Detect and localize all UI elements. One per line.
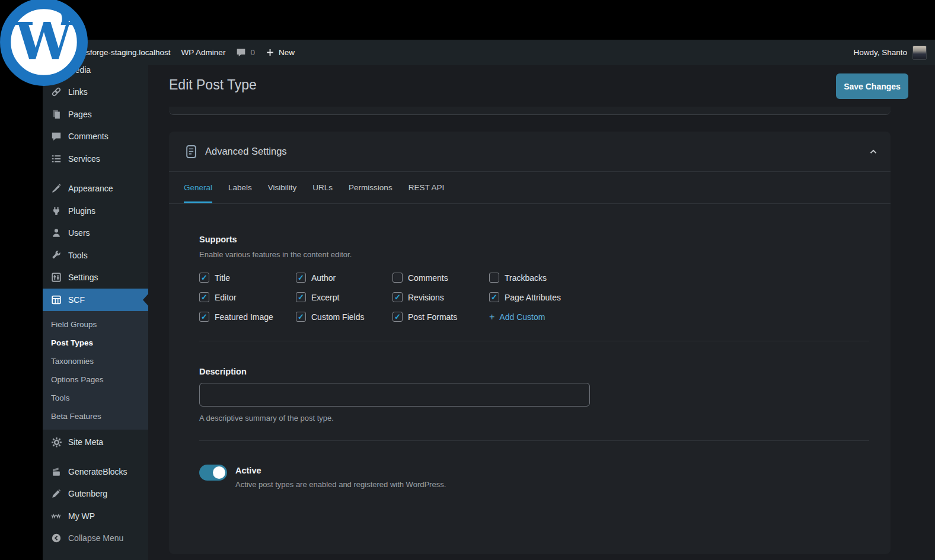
sidebar-item-services[interactable]: Services	[43, 148, 148, 170]
chevron-up-icon[interactable]	[868, 146, 879, 157]
description-input[interactable]	[199, 383, 590, 407]
tab-label: General	[184, 183, 212, 192]
checkbox[interactable]: ✓	[296, 273, 306, 283]
checkbox[interactable]: ✓	[199, 273, 209, 283]
check-icon: ✓	[201, 274, 208, 281]
checkbox-label: Excerpt	[311, 293, 339, 302]
wp-admin-app: sforge-staging.localhost WP Adminer 0 Ne…	[43, 40, 935, 560]
tab-label: Visibility	[268, 183, 297, 192]
checkbox-trackbacks[interactable]: ✓ Trackbacks	[489, 272, 586, 283]
checkbox-label: Custom Fields	[311, 312, 364, 322]
sidebar-item-label: Users	[68, 228, 90, 238]
checkbox-label: Post Formats	[408, 312, 457, 322]
checkbox-label: Editor	[215, 293, 237, 302]
sidebar-item-label: Appearance	[68, 184, 113, 193]
screenshot-stage: sforge-staging.localhost WP Adminer 0 Ne…	[0, 0, 935, 560]
tab-general[interactable]: General	[184, 172, 212, 203]
new-button[interactable]: New	[266, 48, 295, 57]
sidebar-item-label: Links	[68, 87, 88, 97]
submenu-item-post-types[interactable]: Post Types	[43, 334, 148, 352]
checkbox[interactable]: ✓	[489, 292, 499, 302]
checkbox[interactable]: ✓	[296, 312, 306, 322]
checkbox-editor[interactable]: ✓ Editor	[199, 292, 296, 303]
submenu-label: Field Groups	[51, 320, 97, 329]
wrench-icon	[50, 249, 62, 261]
check-icon: ✓	[394, 293, 401, 301]
checkbox[interactable]: ✓	[392, 312, 403, 322]
submenu-item-beta-features[interactable]: Beta Features	[43, 407, 148, 425]
comments-bubble[interactable]: 0	[236, 47, 255, 57]
checkbox[interactable]: ✓	[199, 312, 209, 322]
checkbox-excerpt[interactable]: ✓ Excerpt	[296, 292, 392, 303]
checkbox[interactable]: ✓	[199, 292, 209, 302]
active-label: Active	[235, 466, 446, 475]
sidebar-item-label: Settings	[68, 273, 98, 282]
tab-labels[interactable]: Labels	[228, 172, 252, 203]
tab-permissions[interactable]: Permissions	[349, 172, 392, 203]
sidebar-item-appearance[interactable]: Appearance	[43, 178, 148, 200]
wp-adminer-label: WP Adminer	[181, 48, 226, 57]
sidebar-item-tools[interactable]: Tools	[43, 244, 148, 267]
sidebar-item-site-meta[interactable]: Site Meta	[43, 431, 148, 454]
checkbox-page-attributes[interactable]: ✓ Page Attributes	[489, 292, 586, 303]
submenu-item-tools[interactable]: Tools	[43, 389, 148, 407]
advanced-settings-panel: Advanced Settings General Labels Visibil…	[169, 132, 891, 554]
user-avatar[interactable]	[912, 46, 927, 60]
plug-icon	[50, 205, 62, 217]
panel-header[interactable]: Advanced Settings	[169, 132, 891, 172]
wp-adminer-link[interactable]: WP Adminer	[181, 48, 226, 57]
sidebar-item-label: Gutenberg	[68, 489, 107, 498]
checkbox-post-formats[interactable]: ✓ Post Formats	[392, 311, 489, 322]
checkbox-custom-fields[interactable]: ✓ Custom Fields	[296, 311, 392, 322]
sidebar-item-plugins[interactable]: Plugins	[43, 200, 148, 222]
admin-bar: sforge-staging.localhost WP Adminer 0 Ne…	[43, 40, 935, 65]
submenu-item-field-groups[interactable]: Field Groups	[43, 315, 148, 334]
checkbox-revisions[interactable]: ✓ Revisions	[392, 292, 489, 303]
active-toggle[interactable]	[199, 465, 227, 481]
sidebar-item-gutenberg[interactable]: Gutenberg	[43, 483, 148, 505]
checkbox-featured-image[interactable]: ✓ Featured Image	[199, 311, 296, 322]
plus-icon	[266, 48, 275, 57]
collapse-arrow-icon	[50, 532, 62, 544]
tab-visibility[interactable]: Visibility	[268, 172, 297, 203]
checkbox-label: Trackbacks	[505, 273, 547, 283]
sidebar-item-generateblocks[interactable]: GenerateBlocks	[43, 460, 148, 483]
save-changes-button[interactable]: Save Changes	[836, 73, 908, 99]
sidebar-item-pages[interactable]: Pages	[43, 103, 148, 126]
submenu-label: Post Types	[51, 338, 93, 347]
generateblocks-icon	[50, 466, 62, 478]
checkbox[interactable]: ✓	[392, 292, 403, 302]
checkbox-label: Page Attributes	[505, 293, 561, 302]
checkbox-comments[interactable]: ✓ Comments	[392, 272, 489, 283]
check-icon: ✓	[394, 313, 401, 321]
sidebar-item-scf[interactable]: SCF	[43, 289, 148, 311]
checkbox[interactable]: ✓	[489, 273, 499, 283]
sidebar-item-label: Tools	[68, 251, 88, 260]
pages-icon	[50, 108, 62, 120]
site-name: sforge-staging.localhost	[86, 48, 171, 57]
tab-urls[interactable]: URLs	[312, 172, 333, 203]
sidebar-item-users[interactable]: Users	[43, 222, 148, 245]
checkbox-title[interactable]: ✓ Title	[199, 272, 296, 283]
checkbox[interactable]: ✓	[392, 273, 403, 283]
sidebar-item-collapse-menu[interactable]: Collapse Menu	[43, 527, 148, 550]
checkbox-label: Featured Image	[215, 312, 273, 322]
sidebar-item-label: My WP	[68, 511, 95, 521]
section-divider	[199, 341, 869, 341]
submenu-item-options-pages[interactable]: Options Pages	[43, 370, 148, 389]
submenu-item-taxonomies[interactable]: Taxonomies	[43, 352, 148, 370]
checkbox-label: Revisions	[408, 293, 444, 302]
tab-rest-api[interactable]: REST API	[409, 172, 445, 203]
add-custom-link[interactable]: + Add Custom	[489, 311, 586, 322]
sidebar-item-comments[interactable]: Comments	[43, 126, 148, 148]
sidebar-item-my-wp[interactable]: My WP	[43, 505, 148, 527]
checkbox-label: Title	[215, 273, 230, 283]
user-icon	[50, 227, 62, 239]
howdy-greeting[interactable]: Howdy, Shanto	[853, 48, 907, 57]
checkbox[interactable]: ✓	[296, 292, 306, 302]
checkbox-author[interactable]: ✓ Author	[296, 272, 392, 283]
sidebar-item-settings[interactable]: Settings	[43, 267, 148, 289]
check-icon: ✓	[298, 313, 304, 321]
comments-icon	[50, 130, 62, 142]
checkbox-label: Author	[311, 273, 336, 283]
